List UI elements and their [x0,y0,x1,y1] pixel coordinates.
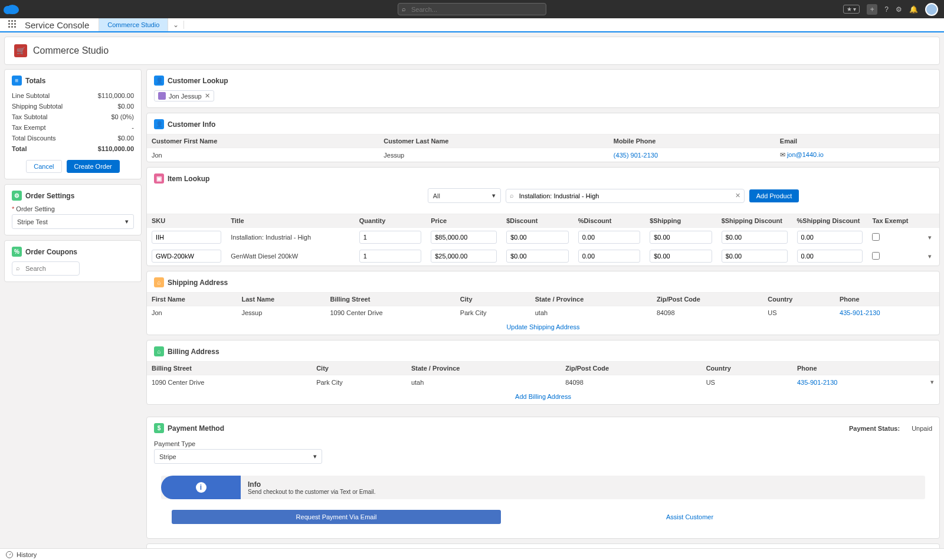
payment-status-label: Payment Status: [849,425,900,432]
pshipdisc-input[interactable] [797,250,863,263]
billing-phone-link[interactable]: 435-901-2130 [797,379,838,386]
search-icon: ⌕ [16,264,20,271]
price-input[interactable] [431,250,497,263]
totals-title: Totals [25,77,45,85]
help-icon[interactable]: ? [884,5,889,14]
payment-status-value: Unpaid [912,425,932,432]
product-icon: ▣ [154,173,164,184]
sku-input[interactable] [152,231,221,244]
search-icon: ⌕ [510,192,514,199]
tab-commerce-studio[interactable]: Commerce Studio [99,18,168,31]
price-input[interactable] [431,231,497,244]
shipping-input[interactable] [650,250,712,263]
order-coupons-card: %Order Coupons ⌕ [4,240,142,282]
pdiscount-input[interactable] [578,231,641,244]
pshipdisc-input[interactable] [797,231,863,244]
cancel-button[interactable]: Cancel [26,160,61,173]
app-nav: Service Console Commerce Studio ⌄ [0,18,944,32]
item-lookup-card: ▣Item Lookup All▾ ⌕ ✕ Add Product SKU Ti… [146,167,940,266]
address-icon: ⌂ [154,346,164,356]
search-icon: ⌕ [402,5,409,12]
clear-search-icon[interactable]: ✕ [735,192,740,199]
history-icon [6,551,13,558]
billing-address-card: ⌂Billing Address Billing Street City Sta… [146,340,940,405]
line-item-row: Installation: Industrial - High ▾ [147,228,939,247]
coupon-icon: % [12,247,22,257]
add-billing-link[interactable]: Add Billing Address [515,393,571,400]
gear-icon: ⚙ [12,191,22,201]
billing-title: Billing Address [168,348,219,356]
shipping-row: Jon Jessup 1090 Center Drive Park City u… [147,306,939,320]
pdiscount-input[interactable] [578,250,641,263]
row-menu-icon[interactable]: ▾ [928,253,932,260]
customer-row: Jon Jessup (435) 901-2130 ✉ jon@1440.io [147,148,939,162]
avatar[interactable] [925,3,938,16]
shipping-address-card: ⌂Shipping Address First Name Last Name B… [146,271,940,335]
global-header: ⌕ ★ ▾ + ? ⚙ 🔔 [0,0,944,18]
billing-row: 1090 Center Drive Park City utah 84098 U… [147,375,939,389]
person-icon: 👤 [154,119,164,129]
order-settings-card: ⚙Order Settings Order Setting Stripe Tes… [4,184,142,235]
shipdisc-input[interactable] [722,250,788,263]
salesforce-logo [6,5,19,14]
setup-gear-icon[interactable]: ⚙ [896,5,902,14]
tax-exempt-checkbox[interactable] [872,233,880,241]
customer-lookup-card: 👤Customer Lookup Jon Jessup ✕ [146,69,940,108]
payment-title: Payment Method [168,424,224,433]
person-icon: 👤 [154,76,164,86]
payment-type-select[interactable]: Stripe▾ [154,449,322,464]
add-button[interactable]: + [867,4,877,15]
discount-input[interactable] [506,231,569,244]
order-settings-title: Order Settings [25,192,74,200]
contact-icon [158,92,166,100]
request-payment-button[interactable]: Request Payment Via Email [172,510,501,524]
payment-icon: $ [154,423,164,433]
qty-input[interactable] [359,231,422,244]
page-title: Commerce Studio [33,45,109,56]
shipdisc-input[interactable] [722,231,788,244]
add-product-button[interactable]: Add Product [749,189,799,202]
page-header: 🛒 Commerce Studio [4,37,940,65]
shipping-phone-link[interactable]: 435-901-2130 [840,309,880,316]
customer-phone-link[interactable]: (435) 901-2130 [614,152,658,159]
info-banner: i Info Send checkout to the customer via… [161,476,925,499]
global-search-input[interactable] [398,3,546,15]
app-launcher-icon[interactable] [8,20,18,30]
order-setting-select[interactable]: Stripe Test▾ [12,214,134,229]
shipping-input[interactable] [650,231,712,244]
notifications-bell-icon[interactable]: 🔔 [909,5,918,14]
customer-email-link[interactable]: jon@1440.io [787,151,824,158]
assist-customer-link[interactable]: Assist Customer [666,513,713,520]
remove-customer-icon[interactable]: ✕ [205,92,210,100]
footer-bar: History [0,548,944,560]
favorites-button[interactable]: ★ ▾ [843,5,860,14]
address-icon: ⌂ [154,277,164,287]
qty-input[interactable] [359,250,422,263]
payment-type-label: Payment Type [154,440,932,447]
customer-info-card: 👤Customer Info Customer First Name Custo… [146,113,940,162]
chevron-down-icon: ▾ [125,218,129,225]
row-menu-icon[interactable]: ▾ [928,234,932,241]
history-link[interactable]: History [17,551,37,558]
discount-input[interactable] [506,250,569,263]
coupon-search-input[interactable] [12,261,80,276]
product-search-input[interactable] [506,189,745,203]
totals-icon: ≡ [12,76,22,86]
update-shipping-link[interactable]: Update Shipping Address [506,323,579,330]
item-filter-select[interactable]: All▾ [428,188,501,203]
row-menu-icon[interactable]: ▾ [930,378,934,385]
customer-chip: Jon Jessup ✕ [154,90,214,101]
sku-input[interactable] [152,250,221,263]
commerce-studio-icon: 🛒 [14,44,27,57]
order-setting-label: Order Setting [12,205,134,212]
app-name: Service Console [25,20,89,30]
chevron-down-icon: ▾ [313,453,317,460]
tab-dropdown[interactable]: ⌄ [168,21,184,29]
payment-method-card: $Payment Method Payment Status:Unpaid Pa… [146,417,940,539]
email-icon: ✉ [780,151,787,158]
create-order-button[interactable]: Create Order [67,160,120,173]
line-item-row: GenWatt Diesel 200kW ▾ [147,247,939,266]
tax-exempt-checkbox[interactable] [872,252,880,260]
chevron-down-icon: ▾ [492,192,496,199]
totals-card: ≡Totals Line Subtotal$110,000.00 Shippin… [4,69,142,179]
